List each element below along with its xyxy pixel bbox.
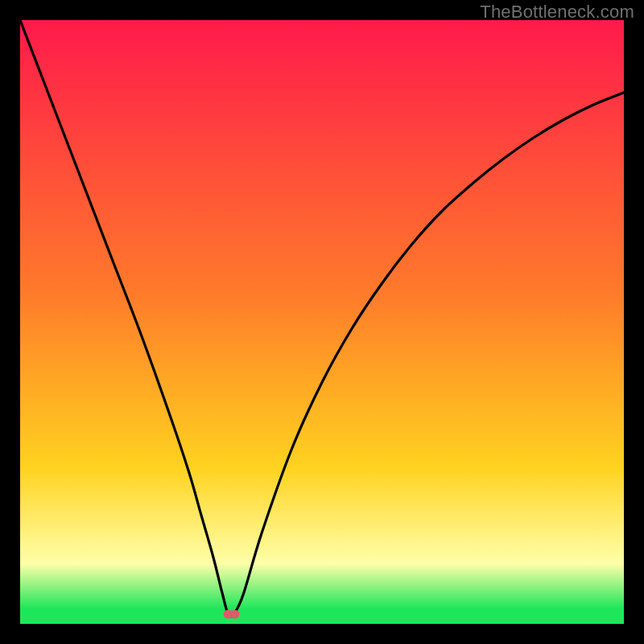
bottleneck-chart: [20, 20, 624, 624]
optimal-point-marker: [224, 610, 240, 619]
chart-background: [20, 20, 624, 624]
svg-point-1: [230, 610, 240, 619]
chart-frame: [20, 20, 624, 624]
